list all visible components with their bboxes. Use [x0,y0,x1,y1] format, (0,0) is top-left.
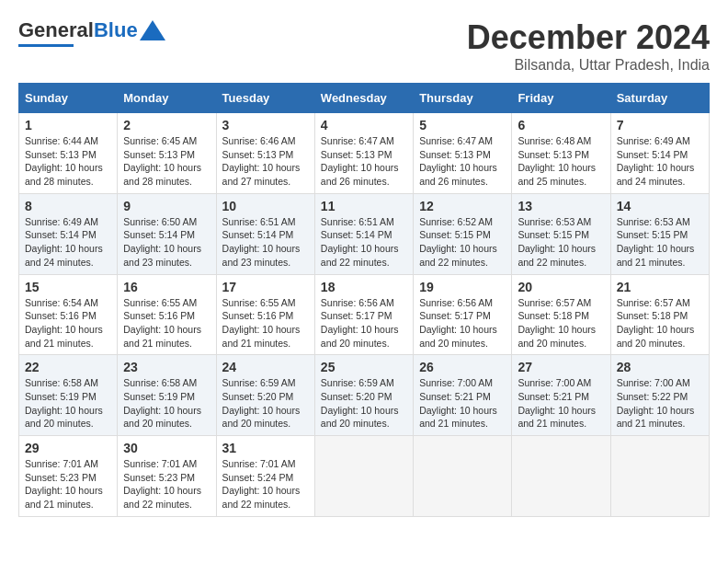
week-row-1: 1 Sunrise: 6:44 AMSunset: 5:13 PMDayligh… [19,113,710,194]
day-number: 24 [222,360,309,374]
day-info: Sunrise: 7:01 AMSunset: 5:23 PMDaylight:… [25,458,103,510]
day-info: Sunrise: 6:49 AMSunset: 5:14 PMDaylight:… [25,216,103,268]
day-number: 17 [222,280,309,294]
table-cell: 22 Sunrise: 6:58 AMSunset: 5:19 PMDaylig… [19,355,118,436]
table-cell: 15 Sunrise: 6:54 AMSunset: 5:16 PMDaylig… [19,274,118,355]
week-row-2: 8 Sunrise: 6:49 AMSunset: 5:14 PMDayligh… [19,193,710,274]
day-number: 3 [222,118,309,132]
day-number: 14 [617,199,703,213]
day-number: 22 [25,360,111,374]
logo-arrow-icon [140,20,165,40]
day-number: 29 [25,441,111,455]
location-title: Bilsanda, Uttar Pradesh, India [467,57,710,74]
day-number: 1 [25,118,111,132]
day-info: Sunrise: 6:52 AMSunset: 5:15 PMDaylight:… [419,216,497,268]
day-number: 6 [518,118,604,132]
day-info: Sunrise: 7:00 AMSunset: 5:21 PMDaylight:… [419,377,497,429]
table-cell: 6 Sunrise: 6:48 AMSunset: 5:13 PMDayligh… [512,113,610,194]
day-number: 10 [222,199,309,213]
table-cell [512,436,610,517]
day-info: Sunrise: 7:01 AMSunset: 5:23 PMDaylight:… [123,458,201,510]
header-friday: Friday [512,84,610,113]
table-cell: 19 Sunrise: 6:56 AMSunset: 5:17 PMDaylig… [414,274,512,355]
calendar-table: Sunday Monday Tuesday Wednesday Thursday… [18,83,710,517]
day-info: Sunrise: 6:47 AMSunset: 5:13 PMDaylight:… [321,135,399,187]
day-info: Sunrise: 6:59 AMSunset: 5:20 PMDaylight:… [321,377,399,429]
logo-general: General [18,18,94,42]
day-info: Sunrise: 6:48 AMSunset: 5:13 PMDaylight:… [518,135,596,187]
logo-blue: Blue [94,18,138,42]
table-cell: 20 Sunrise: 6:57 AMSunset: 5:18 PMDaylig… [512,274,610,355]
day-info: Sunrise: 6:51 AMSunset: 5:14 PMDaylight:… [321,216,399,268]
day-info: Sunrise: 6:44 AMSunset: 5:13 PMDaylight:… [25,135,103,187]
day-info: Sunrise: 6:53 AMSunset: 5:15 PMDaylight:… [518,216,596,268]
table-cell: 26 Sunrise: 7:00 AMSunset: 5:21 PMDaylig… [414,355,512,436]
day-number: 12 [419,199,506,213]
day-number: 19 [419,280,506,294]
table-cell: 1 Sunrise: 6:44 AMSunset: 5:13 PMDayligh… [19,113,118,194]
day-info: Sunrise: 6:59 AMSunset: 5:20 PMDaylight:… [222,377,301,429]
table-cell: 21 Sunrise: 6:57 AMSunset: 5:18 PMDaylig… [610,274,709,355]
header-thursday: Thursday [414,84,512,113]
calendar-header-row: Sunday Monday Tuesday Wednesday Thursday… [19,84,710,113]
day-number: 25 [321,360,407,374]
page-header: General Blue December 2024 Bilsanda, Utt… [18,18,710,74]
day-number: 31 [222,441,309,455]
day-info: Sunrise: 6:54 AMSunset: 5:16 PMDaylight:… [25,297,103,349]
week-row-3: 15 Sunrise: 6:54 AMSunset: 5:16 PMDaylig… [19,274,710,355]
day-info: Sunrise: 7:01 AMSunset: 5:24 PMDaylight:… [222,458,301,510]
table-cell: 18 Sunrise: 6:56 AMSunset: 5:17 PMDaylig… [314,274,413,355]
header-wednesday: Wednesday [314,84,413,113]
table-cell: 10 Sunrise: 6:51 AMSunset: 5:14 PMDaylig… [216,193,314,274]
day-number: 16 [123,280,210,294]
table-cell: 2 Sunrise: 6:45 AMSunset: 5:13 PMDayligh… [118,113,216,194]
table-cell [414,436,512,517]
table-cell: 3 Sunrise: 6:46 AMSunset: 5:13 PMDayligh… [216,113,314,194]
day-number: 9 [123,199,210,213]
day-info: Sunrise: 6:56 AMSunset: 5:17 PMDaylight:… [419,297,497,349]
table-cell: 29 Sunrise: 7:01 AMSunset: 5:23 PMDaylig… [19,436,118,517]
day-info: Sunrise: 6:55 AMSunset: 5:16 PMDaylight:… [222,297,301,349]
title-area: December 2024 Bilsanda, Uttar Pradesh, I… [467,18,710,74]
table-cell [610,436,709,517]
table-cell: 27 Sunrise: 7:00 AMSunset: 5:21 PMDaylig… [512,355,610,436]
day-number: 4 [321,118,407,132]
table-cell: 25 Sunrise: 6:59 AMSunset: 5:20 PMDaylig… [314,355,413,436]
day-info: Sunrise: 6:53 AMSunset: 5:15 PMDaylight:… [617,216,695,268]
header-tuesday: Tuesday [216,84,314,113]
table-cell: 17 Sunrise: 6:55 AMSunset: 5:16 PMDaylig… [216,274,314,355]
day-number: 23 [123,360,210,374]
day-number: 8 [25,199,111,213]
day-info: Sunrise: 6:57 AMSunset: 5:18 PMDaylight:… [617,297,695,349]
day-info: Sunrise: 6:55 AMSunset: 5:16 PMDaylight:… [123,297,201,349]
svg-marker-0 [140,20,165,40]
table-cell: 4 Sunrise: 6:47 AMSunset: 5:13 PMDayligh… [314,113,413,194]
table-cell: 30 Sunrise: 7:01 AMSunset: 5:23 PMDaylig… [118,436,216,517]
table-cell: 16 Sunrise: 6:55 AMSunset: 5:16 PMDaylig… [118,274,216,355]
day-info: Sunrise: 7:00 AMSunset: 5:22 PMDaylight:… [617,377,695,429]
month-title: December 2024 [467,18,710,57]
day-info: Sunrise: 6:58 AMSunset: 5:19 PMDaylight:… [123,377,201,429]
day-number: 27 [518,360,604,374]
table-cell: 8 Sunrise: 6:49 AMSunset: 5:14 PMDayligh… [19,193,118,274]
day-info: Sunrise: 6:47 AMSunset: 5:13 PMDaylight:… [419,135,497,187]
table-cell: 5 Sunrise: 6:47 AMSunset: 5:13 PMDayligh… [414,113,512,194]
day-info: Sunrise: 6:49 AMSunset: 5:14 PMDaylight:… [617,135,695,187]
table-cell: 23 Sunrise: 6:58 AMSunset: 5:19 PMDaylig… [118,355,216,436]
day-number: 18 [321,280,407,294]
day-number: 2 [123,118,210,132]
day-info: Sunrise: 6:56 AMSunset: 5:17 PMDaylight:… [321,297,399,349]
day-number: 20 [518,280,604,294]
day-number: 15 [25,280,111,294]
day-info: Sunrise: 6:46 AMSunset: 5:13 PMDaylight:… [222,135,301,187]
day-number: 26 [419,360,506,374]
week-row-4: 22 Sunrise: 6:58 AMSunset: 5:19 PMDaylig… [19,355,710,436]
day-info: Sunrise: 6:51 AMSunset: 5:14 PMDaylight:… [222,216,301,268]
week-row-5: 29 Sunrise: 7:01 AMSunset: 5:23 PMDaylig… [19,436,710,517]
day-info: Sunrise: 6:57 AMSunset: 5:18 PMDaylight:… [518,297,596,349]
table-cell: 14 Sunrise: 6:53 AMSunset: 5:15 PMDaylig… [610,193,709,274]
table-cell: 9 Sunrise: 6:50 AMSunset: 5:14 PMDayligh… [118,193,216,274]
day-number: 13 [518,199,604,213]
table-cell: 13 Sunrise: 6:53 AMSunset: 5:15 PMDaylig… [512,193,610,274]
day-info: Sunrise: 6:58 AMSunset: 5:19 PMDaylight:… [25,377,103,429]
